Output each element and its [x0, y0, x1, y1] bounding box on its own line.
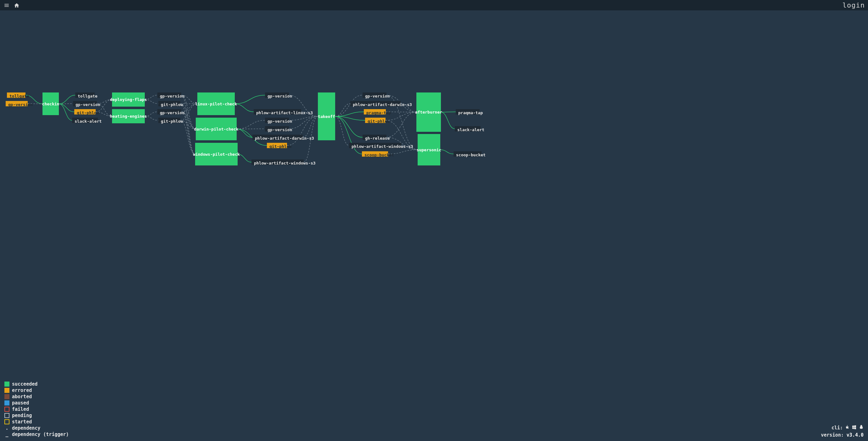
node-r-gp-version-2b[interactable]: gp-version	[157, 109, 181, 115]
legend-pending: pending	[4, 413, 69, 418]
pipeline-canvas[interactable]: tollgategp-versioncheckintollgategp-vers…	[0, 10, 868, 441]
node-j-takeoff[interactable]: takeoff	[318, 92, 335, 140]
legend: succeedederroredabortedpausedfailedpendi…	[4, 381, 69, 438]
footer-right: cli: version: v3.4.0	[821, 424, 864, 438]
node-r-scoop-bucket-o[interactable]: scoop-bucket	[362, 151, 388, 157]
legend-errored: errored	[4, 387, 69, 393]
node-r-gp-version-2a[interactable]: gp-version	[157, 92, 181, 98]
legend-aborted: aborted	[4, 394, 69, 400]
legend-started: started	[4, 419, 69, 424]
node-r-praqma-tap-o[interactable]: praqma-tap	[364, 109, 386, 115]
node-j-afterburner[interactable]: afterburner	[416, 92, 441, 132]
legend-dependency-trigger-: _dependency (trigger)	[4, 432, 69, 437]
node-j-checkin[interactable]: checkin	[42, 92, 59, 115]
legend-failed: failed	[4, 406, 69, 412]
node-r-gp-version-3a[interactable]: gp-version	[265, 92, 289, 98]
node-r-tollgate-in[interactable]: tollgate	[7, 92, 26, 98]
node-r-git-phlow-1[interactable]: git-phlow	[74, 109, 96, 115]
hamburger-icon[interactable]	[3, 2, 10, 9]
top-bar: login	[0, 0, 868, 10]
version-label: version:	[821, 432, 844, 438]
node-r-git-phlow-2b[interactable]: git-phlow	[158, 118, 180, 123]
node-r-gp-version-in[interactable]: gp-version	[6, 101, 28, 106]
cli-label: cli:	[832, 425, 843, 431]
node-j-linux-pilot[interactable]: linux-pilot-check	[197, 92, 235, 115]
version-value[interactable]: v3.4.0	[846, 432, 864, 438]
node-r-slack-alert-2[interactable]: slack-alert	[455, 126, 480, 131]
apple-icon[interactable]	[845, 424, 850, 431]
node-r-artifact-darwin[interactable]: phlow-artifact-darwin-s3	[252, 135, 303, 140]
node-r-git-phlow-4[interactable]: git-phlow	[365, 118, 385, 123]
legend-dependency: .dependency	[4, 425, 69, 431]
node-r-git-phlow-3[interactable]: git-phlow	[267, 143, 287, 148]
node-r-artifact-windows-2[interactable]: phlow-artifact-windows-s3	[349, 143, 401, 148]
linux-icon[interactable]	[859, 424, 864, 431]
node-r-gp-version-4[interactable]: gp-version	[363, 92, 386, 98]
node-r-gp-version-1[interactable]: gp-version	[73, 101, 97, 106]
pipeline-edges	[0, 10, 868, 441]
node-r-gp-version-3c[interactable]: gp-version	[265, 126, 289, 131]
node-r-artifact-linux[interactable]: phlow-artifact-linux-s3	[254, 109, 301, 115]
node-r-gh-release[interactable]: gh-release	[363, 135, 386, 140]
node-r-git-phlow-2a[interactable]: git-phlow	[158, 101, 180, 106]
node-r-slack-alert-1[interactable]: slack-alert	[72, 118, 98, 123]
windows-icon[interactable]	[851, 424, 857, 431]
node-r-artifact-windows[interactable]: phlow-artifact-windows-s3	[251, 159, 304, 165]
node-r-tollgate-out[interactable]: tollgate	[75, 92, 95, 98]
node-r-artifact-darwin-2[interactable]: phlow-artifact-darwin-s3	[350, 101, 401, 106]
login-link[interactable]: login	[842, 1, 865, 9]
node-j-deploying-flaps[interactable]: deploying-flaps	[112, 92, 145, 107]
node-r-gp-version-3b[interactable]: gp-version	[265, 118, 289, 123]
node-j-windows-pilot[interactable]: windows-pilot-check	[195, 143, 238, 165]
legend-succeeded: succeeded	[4, 381, 69, 387]
home-icon[interactable]	[13, 2, 20, 9]
node-j-heating-engines[interactable]: heating-engines	[112, 109, 145, 123]
node-j-supersonic[interactable]: supersonic	[417, 134, 440, 165]
legend-paused: paused	[4, 400, 69, 406]
node-r-praqma-tap-d[interactable]: praqma-tap	[456, 109, 479, 115]
node-r-scoop-bucket-d[interactable]: scoop-bucket	[454, 151, 482, 157]
node-j-darwin-pilot[interactable]: darwin-pilot-check	[196, 118, 237, 140]
